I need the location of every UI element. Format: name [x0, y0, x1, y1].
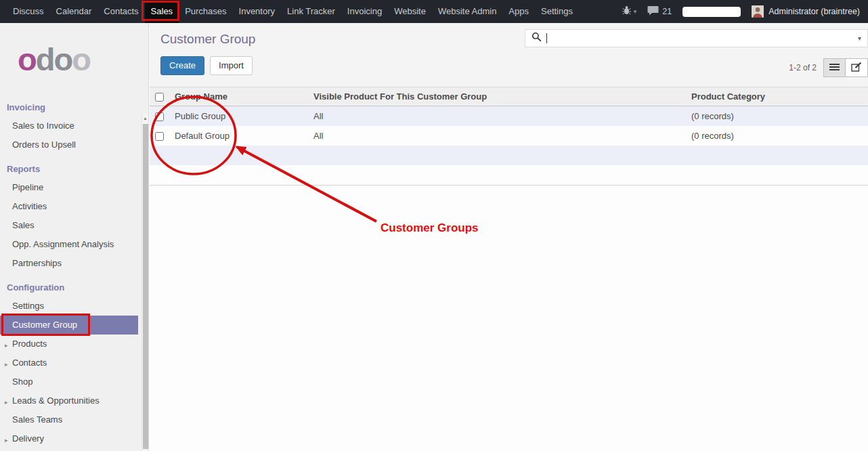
- select-all-checkbox[interactable]: [155, 93, 164, 102]
- records-table: Group Name Visible Product For This Cust…: [150, 87, 868, 186]
- sidebar-section-invoicing: Invoicing Sales to Invoice Orders to Ups…: [0, 98, 148, 154]
- row-checkbox[interactable]: [155, 132, 164, 141]
- progress-pill[interactable]: [682, 7, 741, 17]
- sidebar-item-label: Shop: [12, 377, 32, 387]
- search-input[interactable]: [548, 32, 858, 45]
- col-header-group-name[interactable]: Group Name: [169, 87, 308, 106]
- avatar: [752, 5, 764, 18]
- sidebar-item-label: Customer Group: [12, 320, 77, 330]
- scrollbar-up-icon[interactable]: ▲: [142, 114, 148, 121]
- menu-website-admin[interactable]: Website Admin: [432, 0, 502, 23]
- expand-arrow-icon: ▸: [5, 435, 8, 445]
- sidebar-item-delivery[interactable]: ▸Delivery: [0, 429, 148, 448]
- cell-product-category[interactable]: (0 records): [686, 126, 868, 146]
- menu-calendar[interactable]: Calendar: [50, 0, 98, 23]
- row-select-cell: [150, 106, 169, 127]
- row-select-cell: [150, 126, 169, 146]
- cell-group-name[interactable]: Default Group: [169, 126, 308, 146]
- table-header-row: Group Name Visible Product For This Cust…: [150, 87, 868, 106]
- logo-letter: o: [72, 41, 90, 77]
- menu-website[interactable]: Website: [388, 0, 432, 23]
- logo-letter: o: [18, 41, 36, 77]
- menu-inventory[interactable]: Inventory: [233, 0, 281, 23]
- sidebar-item-label: Opp. Assignment Analysis: [12, 239, 114, 249]
- sidebar-item-label: Products: [12, 339, 47, 349]
- sidebar-item-customer-group[interactable]: Customer Group: [0, 316, 138, 335]
- bug-icon: [622, 5, 631, 18]
- sidebar-item-contacts[interactable]: ▸Contacts: [0, 353, 148, 372]
- sidebar-item-label: Sales to Invoice: [12, 121, 74, 131]
- cell-product-category[interactable]: (0 records): [686, 106, 868, 127]
- menu-invoicing[interactable]: Invoicing: [341, 0, 388, 23]
- sidebar-item-label: Leads & Opportunities: [12, 395, 100, 406]
- cell-visible-product[interactable]: All: [308, 126, 686, 146]
- sidebar-section-title: Configuration: [0, 278, 148, 297]
- logo-letter: d: [36, 41, 54, 77]
- menu-contacts[interactable]: Contacts: [97, 0, 144, 23]
- import-button[interactable]: Import: [210, 56, 253, 75]
- select-all-cell: [150, 87, 169, 106]
- sidebar-item-sales[interactable]: Sales: [0, 216, 148, 235]
- expand-arrow-icon: ▸: [5, 341, 8, 350]
- sidebar-section-reports: Reports Pipeline Activities Sales Opp. A…: [0, 160, 148, 273]
- create-button[interactable]: Create: [160, 56, 204, 75]
- table-row[interactable]: Public Group All (0 records): [150, 106, 868, 127]
- menu-sales[interactable]: Sales: [145, 0, 179, 23]
- search-dropdown-caret-icon[interactable]: ▾: [858, 35, 861, 42]
- row-checkbox[interactable]: [155, 112, 164, 121]
- topbar-right: ▾ 21 Administrator (braintree): [622, 5, 868, 18]
- odoo-logo: odoo: [0, 23, 148, 85]
- list-view-button[interactable]: [823, 58, 846, 77]
- sidebar-item-shop[interactable]: Shop: [0, 372, 148, 391]
- topbar: Discuss Calendar Contacts Sales Purchase…: [0, 0, 868, 23]
- cell-group-name[interactable]: Public Group: [169, 106, 308, 127]
- sidebar-item-products[interactable]: ▸Products: [0, 335, 148, 353]
- sidebar-item-orders-to-upsell[interactable]: Orders to Upsell: [0, 135, 148, 154]
- sidebar-item-label: Partnerships: [12, 258, 62, 268]
- menu-settings[interactable]: Settings: [535, 0, 579, 23]
- sidebar-item-settings[interactable]: Settings: [0, 297, 148, 316]
- sidebar-item-label: Contacts: [12, 358, 47, 368]
- view-switcher: [823, 58, 868, 77]
- pager-area: 1-2 of 2: [789, 58, 868, 77]
- menu-discuss[interactable]: Discuss: [7, 0, 50, 23]
- sidebar-item-pipeline[interactable]: Pipeline: [0, 178, 148, 197]
- debug-menu-button[interactable]: ▾: [622, 5, 637, 18]
- sidebar-item-partnerships[interactable]: Partnerships: [0, 254, 148, 273]
- sidebar-item-sales-to-invoice[interactable]: Sales to Invoice: [0, 116, 148, 135]
- menu-apps[interactable]: Apps: [502, 0, 535, 23]
- sidebar-section-title: Reports: [0, 160, 148, 178]
- main-content: Customer Group ▾ Create Import 1-2 of 2: [150, 23, 868, 451]
- col-header-product-category[interactable]: Product Category: [686, 87, 868, 106]
- sidebar-item-label: Orders to Upsell: [12, 139, 76, 150]
- sidebar-item-label: Settings: [12, 301, 44, 311]
- scrollbar-thumb[interactable]: [143, 124, 148, 449]
- menu-link-tracker[interactable]: Link Tracker: [281, 0, 341, 23]
- search-icon[interactable]: [531, 32, 542, 45]
- sidebar-item-label: Pipeline: [12, 182, 43, 192]
- sidebar-item-opp-assignment-analysis[interactable]: Opp. Assignment Analysis: [0, 235, 148, 254]
- table-row[interactable]: Default Group All (0 records): [150, 126, 868, 146]
- messages-count: 21: [662, 7, 672, 16]
- action-buttons: Create Import: [160, 56, 253, 75]
- user-menu[interactable]: Administrator (braintree): [752, 5, 860, 18]
- text-cursor: [546, 33, 547, 43]
- expand-arrow-icon: ▸: [5, 360, 8, 369]
- messages-button[interactable]: 21: [647, 5, 672, 18]
- empty-row: [150, 165, 868, 186]
- sidebar-item-label: Sales Teams: [12, 414, 62, 425]
- sidebar-scrollbar[interactable]: ▲: [142, 114, 148, 451]
- col-header-visible-product[interactable]: Visible Product For This Customer Group: [308, 87, 686, 106]
- list-view-icon: [829, 63, 840, 73]
- pager-text: 1-2 of 2: [789, 63, 817, 72]
- menu-purchases[interactable]: Purchases: [179, 0, 232, 23]
- search-bar[interactable]: ▾: [525, 29, 868, 47]
- sidebar-section-title: Invoicing: [0, 98, 148, 116]
- sidebar-item-sales-teams[interactable]: Sales Teams: [0, 410, 148, 429]
- form-view-button[interactable]: [846, 58, 868, 77]
- sidebar-item-leads-opportunities[interactable]: ▸Leads & Opportunities: [0, 391, 148, 410]
- edit-pencil-icon: [851, 62, 862, 74]
- logo-letter: o: [53, 41, 72, 77]
- cell-visible-product[interactable]: All: [308, 106, 686, 127]
- sidebar-item-activities[interactable]: Activities: [0, 197, 148, 216]
